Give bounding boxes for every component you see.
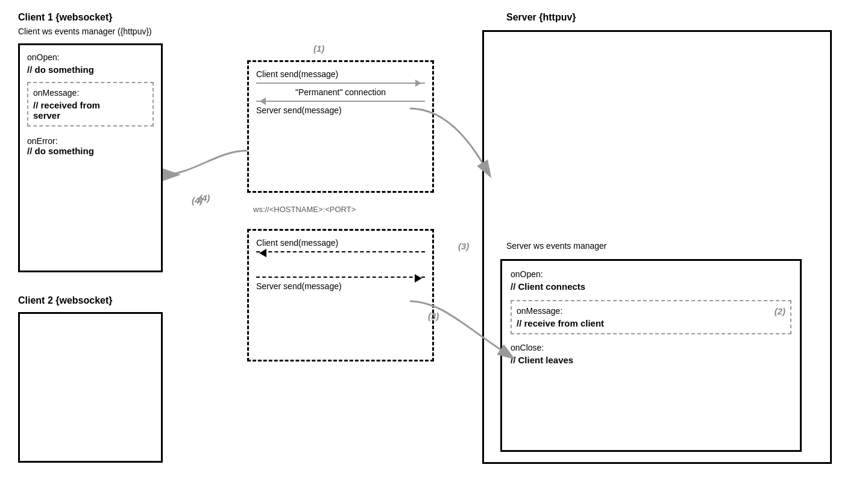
server-onopen-code: // Client connects	[511, 281, 791, 292]
server-onmessage-box: (2) onMessage: // receive from client	[511, 300, 791, 334]
client1-onopen-code: // do something	[27, 64, 154, 75]
label-1: (1)	[313, 43, 324, 54]
client1-subtitle: Client ws events manager ({httpuv})	[18, 27, 152, 36]
server-onclose-code: // Client leaves	[511, 355, 791, 365]
server-send-bottom: Server send(message)	[256, 281, 425, 291]
server-onmessage-code: // receive from client	[517, 318, 785, 328]
client1-onmessage-code: // received fromserver	[33, 100, 148, 120]
server-ws-manager-label: Server ws events manager	[506, 241, 607, 251]
client1-onerror-code: // do something	[27, 146, 154, 156]
client-send-top: Client send(message)	[256, 69, 425, 79]
middle-bottom-box: Client send(message) Server send(message…	[247, 229, 434, 361]
arrow-right-top	[256, 83, 425, 84]
server-inner-box: onOpen: // Client connects (2) onMessage…	[500, 259, 802, 452]
client1-onmessage-box: onMessage: // received fromserver	[27, 82, 154, 127]
client-send-bottom: Client send(message)	[256, 238, 425, 248]
client1-box: onOpen: // do something onMessage: // re…	[18, 43, 163, 272]
ws-url: ws://<HOSTNAME>:<PORT>	[253, 205, 356, 214]
server-onmessage-label: onMessage:	[517, 306, 785, 316]
label-3: (3)	[458, 241, 469, 251]
arrow-left-top	[256, 101, 425, 102]
diagram-container: Client 1 {websocket} Client ws events ma…	[12, 12, 856, 482]
client1-onopen-label: onOpen:	[27, 52, 154, 62]
middle-section: (1) Client send(message) "Permanent" con…	[217, 12, 470, 470]
permanent-conn: "Permanent" connection	[256, 87, 425, 97]
client2-box	[18, 312, 163, 463]
client1-onmessage-label: onMessage:	[33, 88, 148, 98]
dashed-arrow-left	[256, 251, 425, 252]
server-title: Server {httpuv}	[506, 12, 576, 23]
client2-title: Client 2 {websocket}	[18, 295, 113, 306]
server-onopen-label: onOpen:	[511, 269, 791, 279]
client1-onerror-label: onError:	[27, 136, 154, 146]
label-4: (4)	[199, 193, 210, 203]
client1-title: Client 1 {websocket}	[18, 12, 113, 23]
server-send-top: Server send(message)	[256, 105, 425, 115]
middle-top-box: Client send(message) "Permanent" connect…	[247, 60, 434, 193]
label-2: (2)	[775, 306, 785, 316]
dashed-line-right	[256, 277, 425, 278]
server-onclose-label: onClose:	[511, 343, 791, 352]
arrow-left-line	[256, 101, 425, 102]
arrow-right-line	[256, 83, 425, 84]
dashed-arrow-right	[256, 277, 425, 278]
dashed-line-left	[256, 251, 425, 252]
